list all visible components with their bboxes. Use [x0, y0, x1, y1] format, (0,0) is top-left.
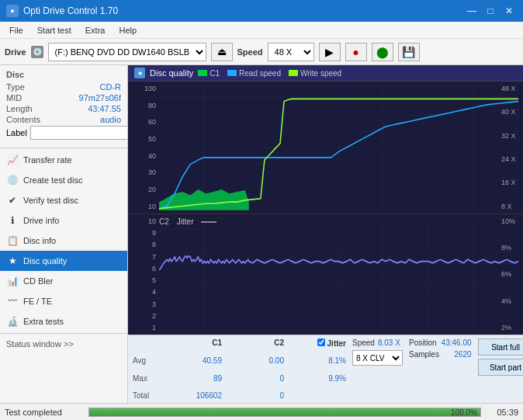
legend-write-label: Write speed	[300, 69, 341, 78]
menu-help[interactable]: Help	[113, 24, 143, 36]
total-label: Total	[133, 391, 160, 400]
status-window-item[interactable]: Status window >>	[0, 335, 127, 352]
header-c1: C1	[168, 338, 222, 348]
sidebar-nav-item-disc-info[interactable]: 📋Disc info	[0, 231, 127, 251]
toolbar-btn-2[interactable]: ●	[345, 43, 367, 61]
disc-label-row: Label ↻	[6, 126, 121, 140]
menu-file[interactable]: File	[3, 24, 29, 36]
nav-label-4: Disc info	[23, 236, 56, 245]
speed-value: 8.03 X	[378, 338, 400, 347]
chart2-label: C2Jitter	[159, 217, 216, 226]
progress-bar-container: 100.0%	[88, 408, 481, 417]
sidebar-nav-item-drive-info[interactable]: ℹDrive info	[0, 210, 127, 231]
sidebar-nav-item-verify-test-disc[interactable]: ✔Verify test disc	[0, 190, 127, 210]
content-area: ★ Disc quality C1 Read speed Write speed	[128, 65, 523, 403]
save-button[interactable]: 💾	[398, 43, 420, 61]
disc-contents-value: audio	[100, 115, 121, 124]
maximize-button[interactable]: □	[483, 3, 498, 19]
disc-contents-label: Contents	[6, 115, 40, 124]
disc-label-key: Label	[6, 128, 27, 137]
speed-label: Speed	[352, 338, 375, 347]
speed-row: Speed 8.03 X	[352, 338, 403, 347]
sidebar-nav-item-create-test-disc[interactable]: 💿Create test disc	[0, 170, 127, 190]
menu-start-test[interactable]: Start test	[31, 24, 78, 36]
legend-read-speed: Read speed	[227, 69, 281, 78]
close-button[interactable]: ✕	[501, 3, 517, 19]
start-full-button[interactable]: Start full	[478, 338, 523, 356]
minimize-button[interactable]: —	[464, 3, 480, 19]
header-c2: C2	[230, 338, 284, 348]
nav-icon-8: 🔬	[6, 315, 19, 328]
stats-header-row: C1 C2 Jitter	[133, 338, 346, 348]
total-c2: 0	[230, 391, 284, 400]
app-icon: ●	[6, 5, 19, 17]
max-label: Max	[133, 374, 160, 383]
legend-read-color	[227, 70, 237, 76]
status-bar: Test completed 100.0% 05:39	[0, 403, 523, 420]
sidebar-divider-1	[0, 148, 127, 148]
stats-table: C1 C2 Jitter Avg 40.59 0.00 8.1% Max 89	[133, 338, 346, 400]
status-text: Test completed	[5, 408, 82, 417]
disc-quality-title: Disc quality	[150, 68, 193, 78]
stats-max-row: Max 89 0 9.9%	[133, 374, 346, 383]
total-c1: 106602	[168, 391, 222, 400]
label-input[interactable]	[30, 126, 128, 140]
avg-c1: 40.59	[168, 356, 222, 365]
start-part-button[interactable]: Start part	[478, 359, 523, 376]
nav-icon-3: ℹ	[6, 214, 19, 227]
nav-label-5: Disc quality	[23, 256, 67, 266]
chart1-y-right: 48 X40 X32 X24 X16 X8 X	[500, 82, 523, 213]
disc-mid-value: 97m27s06f	[79, 93, 121, 102]
stats-avg-row: Avg 40.59 0.00 8.1%	[133, 356, 346, 365]
chart2-svg: 0 10 20 30 40 50 60 70 80 min	[159, 217, 518, 331]
legend-c1: C1	[198, 69, 220, 78]
sidebar-nav-item-extra-tests[interactable]: 🔬Extra tests	[0, 311, 127, 331]
disc-section: Disc Type CD-R MID 97m27s06f Length 43:4…	[0, 65, 127, 146]
nav-icon-0: 📈	[6, 154, 19, 166]
disc-contents-row: Contents audio	[6, 115, 121, 124]
eject-button[interactable]: ⏏	[211, 43, 233, 61]
speed-select[interactable]: 48 X	[268, 43, 314, 61]
legend-c1-label: C1	[210, 69, 220, 78]
jitter-checkbox[interactable]	[317, 338, 325, 346]
disc-length-label: Length	[6, 104, 33, 113]
disc-mid-label: MID	[6, 93, 22, 102]
title-bar: ● Opti Drive Control 1.70 — □ ✕	[0, 0, 523, 22]
menu-extra[interactable]: Extra	[79, 24, 112, 36]
drive-icon: 💿	[31, 46, 43, 58]
speed-clv-select[interactable]: 8 X CLV	[352, 350, 403, 366]
legend-read-label: Read speed	[239, 69, 281, 78]
chart2-y-right: 10%8%6%4%2%	[500, 214, 523, 335]
samples-value: 2620	[454, 350, 471, 359]
position-row: Position 43:46.00	[409, 338, 472, 347]
progress-text: 100.0%	[451, 408, 477, 416]
chart1-wrapper: 10080605040302010	[128, 82, 523, 214]
nav-icon-2: ✔	[6, 194, 19, 207]
drive-select[interactable]: (F:) BENQ DVD DD DW1640 BSLB	[48, 43, 206, 61]
toolbar-btn-1[interactable]: ▶	[319, 43, 341, 61]
drive-label: Drive	[5, 47, 26, 57]
stats-right: Speed 8.03 X 8 X CLV Position 43:46.00 S…	[352, 338, 523, 400]
sidebar-nav: 📈Transfer rate💿Create test disc✔Verify t…	[0, 150, 127, 331]
sidebar-nav-item-fe---te[interactable]: 〰FE / TE	[0, 291, 127, 311]
sidebar-nav-item-transfer-rate[interactable]: 📈Transfer rate	[0, 150, 127, 170]
position-value: 43:46.00	[442, 338, 472, 347]
disc-type-value: CD-R	[100, 82, 122, 92]
nav-label-0: Transfer rate	[23, 155, 72, 165]
nav-label-7: FE / TE	[23, 297, 52, 306]
samples-label: Samples	[409, 350, 439, 359]
chart2-wrapper: 10987654321 C2Jitter	[128, 214, 523, 335]
sidebar-nav-item-cd-bler[interactable]: 📊CD Bler	[0, 271, 127, 291]
app-title: Opti Drive Control 1.70	[23, 5, 118, 16]
nav-label-1: Create test disc	[23, 175, 82, 185]
status-time: 05:39	[487, 408, 518, 417]
sidebar: Disc Type CD-R MID 97m27s06f Length 43:4…	[0, 65, 128, 403]
stats-bar: C1 C2 Jitter Avg 40.59 0.00 8.1% Max 89	[128, 335, 523, 403]
action-buttons: Start full Start part	[478, 338, 523, 376]
toolbar-btn-3[interactable]: ⬤	[372, 43, 393, 61]
speed-info: Speed 8.03 X 8 X CLV	[352, 338, 403, 366]
speed-label: Speed	[237, 47, 263, 57]
max-c1: 89	[168, 374, 222, 383]
samples-row: Samples 2620	[409, 350, 472, 359]
sidebar-nav-item-disc-quality[interactable]: ★Disc quality	[0, 251, 127, 271]
